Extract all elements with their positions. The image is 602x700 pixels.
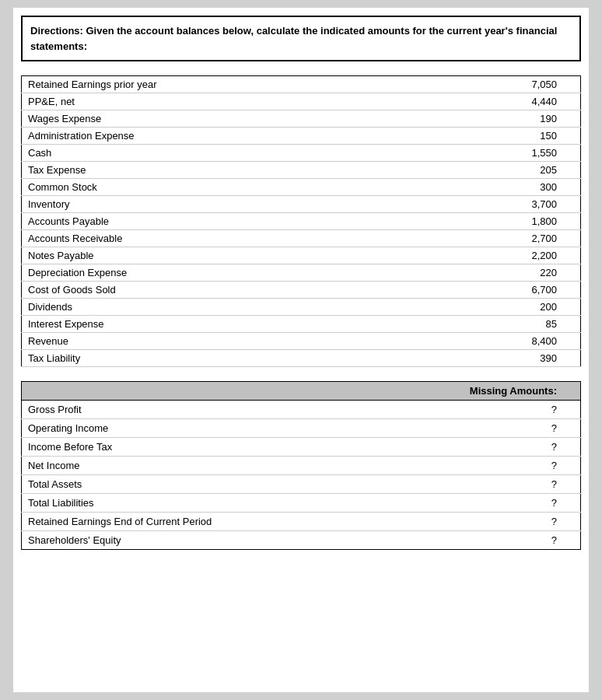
missing-row: Gross Profit? [22, 401, 581, 419]
account-label: Wages Expense [22, 110, 413, 128]
account-value: 1,800 [413, 213, 581, 230]
account-row: PP&E, net4,440 [22, 93, 581, 110]
account-row: Tax Liability390 [22, 350, 581, 367]
account-table: Retained Earnings prior year7,050PP&E, n… [21, 75, 581, 367]
missing-item-value: ? [495, 531, 580, 550]
missing-row: Total Assets? [22, 475, 581, 494]
account-value: 1,550 [413, 145, 581, 162]
account-value: 200 [413, 299, 581, 316]
missing-item-value: ? [495, 475, 580, 494]
account-label: Tax Liability [22, 350, 413, 367]
directions-box: Directions: Given the account balances b… [21, 16, 581, 61]
missing-item-label: Total Liabilities [22, 494, 495, 513]
missing-item-value: ? [495, 494, 580, 513]
account-label: Tax Expense [22, 162, 413, 179]
missing-table: Missing Amounts:Gross Profit?Operating I… [21, 381, 581, 550]
account-label: Common Stock [22, 179, 413, 196]
missing-item-label: Shareholders' Equity [22, 531, 495, 550]
account-value: 7,050 [413, 76, 581, 93]
account-row: Cost of Goods Sold6,700 [22, 282, 581, 299]
account-label: Revenue [22, 333, 413, 350]
missing-item-value: ? [495, 401, 580, 419]
missing-item-label: Net Income [22, 457, 495, 475]
missing-row: Net Income? [22, 457, 581, 475]
missing-header-row: Missing Amounts: [22, 382, 581, 401]
account-value: 3,700 [413, 196, 581, 213]
account-label: Dividends [22, 299, 413, 316]
missing-row: Income Before Tax? [22, 438, 581, 457]
directions-text: Directions: Given the account balances b… [30, 25, 557, 52]
account-value: 220 [413, 264, 581, 282]
account-label: Retained Earnings prior year [22, 76, 413, 93]
missing-row: Total Liabilities? [22, 494, 581, 513]
missing-item-label: Gross Profit [22, 401, 495, 419]
account-row: Accounts Receivable2,700 [22, 230, 581, 247]
account-label: Accounts Receivable [22, 230, 413, 247]
missing-row: Shareholders' Equity? [22, 531, 581, 550]
page-container: Directions: Given the account balances b… [13, 8, 589, 692]
account-label: Cost of Goods Sold [22, 282, 413, 299]
account-value: 205 [413, 162, 581, 179]
account-row: Common Stock300 [22, 179, 581, 196]
missing-item-label: Operating Income [22, 419, 495, 438]
account-value: 390 [413, 350, 581, 367]
account-value: 85 [413, 316, 581, 333]
account-label: PP&E, net [22, 93, 413, 110]
account-value: 300 [413, 179, 581, 196]
account-value: 6,700 [413, 282, 581, 299]
missing-item-value: ? [495, 419, 580, 438]
missing-item-label: Total Assets [22, 475, 495, 494]
account-row: Wages Expense190 [22, 110, 581, 128]
account-label: Inventory [22, 196, 413, 213]
account-row: Interest Expense85 [22, 316, 581, 333]
account-row: Retained Earnings prior year7,050 [22, 76, 581, 93]
account-label: Cash [22, 145, 413, 162]
account-row: Administration Expense150 [22, 128, 581, 145]
missing-item-label: Retained Earnings End of Current Period [22, 513, 495, 531]
account-value: 4,440 [413, 93, 581, 110]
account-value: 8,400 [413, 333, 581, 350]
missing-item-value: ? [495, 457, 580, 475]
missing-item-label: Income Before Tax [22, 438, 495, 457]
account-row: Dividends200 [22, 299, 581, 316]
missing-row: Operating Income? [22, 419, 581, 438]
account-value: 2,700 [413, 230, 581, 247]
account-label: Depreciation Expense [22, 264, 413, 282]
account-value: 150 [413, 128, 581, 145]
account-label: Administration Expense [22, 128, 413, 145]
account-row: Notes Payable2,200 [22, 247, 581, 264]
account-row: Revenue8,400 [22, 333, 581, 350]
account-label: Accounts Payable [22, 213, 413, 230]
account-label: Notes Payable [22, 247, 413, 264]
missing-item-value: ? [495, 513, 580, 531]
account-row: Inventory3,700 [22, 196, 581, 213]
account-row: Tax Expense205 [22, 162, 581, 179]
missing-item-value: ? [495, 438, 580, 457]
account-label: Interest Expense [22, 316, 413, 333]
account-value: 2,200 [413, 247, 581, 264]
missing-row: Retained Earnings End of Current Period? [22, 513, 581, 531]
account-row: Depreciation Expense220 [22, 264, 581, 282]
account-row: Accounts Payable1,800 [22, 213, 581, 230]
account-row: Cash1,550 [22, 145, 581, 162]
missing-header-label: Missing Amounts: [22, 382, 581, 401]
account-value: 190 [413, 110, 581, 128]
